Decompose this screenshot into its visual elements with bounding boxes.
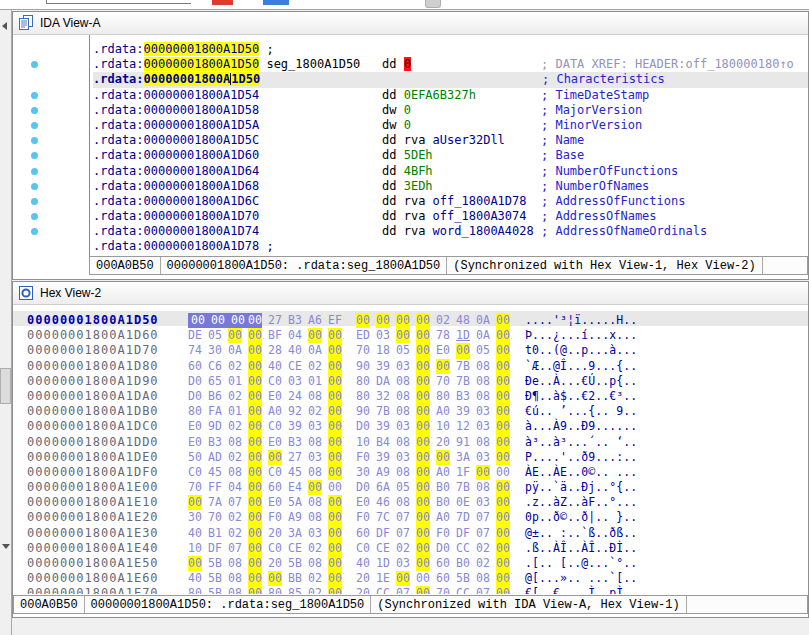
hex-row[interactable]: 00000001800A1D90D0650100C003010080DA0800…	[13, 372, 808, 387]
hex-row[interactable]: 00000001800A1DA0D0B60200E024080080320800…	[13, 387, 808, 402]
disasm-token: 00000001800A1D50	[144, 42, 260, 56]
hex-row[interactable]: 00000001800A1D60DE050000BF040000ED030000…	[13, 326, 808, 341]
disasm-token: rva	[404, 224, 433, 238]
hex-row-ascii[interactable]: Ðe..À...€Ú..p{..	[525, 374, 637, 388]
hex-row[interactable]: 00000001800A1E2030700200F0A90800F07C0700…	[13, 508, 808, 523]
disasm-line-current[interactable]: .rdata:00000001800A1D50 ; Characteristic…	[93, 72, 808, 87]
hex-row-ascii[interactable]: pÿ..`ä..Ðj..°{..	[525, 480, 637, 494]
collapse-arrow-icon[interactable]	[2, 22, 7, 30]
hex-byte[interactable]: 00	[416, 586, 430, 594]
hex-byte[interactable]: CC	[456, 586, 470, 594]
hex-row-ascii[interactable]: ÀE..ÀE..0©.. ...	[525, 465, 637, 479]
disasm-token: 00000001800A	[144, 72, 231, 86]
hex-row[interactable]: 00000001800A1E50005B0800205B0800401D0300…	[13, 554, 808, 569]
disasm-token	[259, 148, 382, 162]
disasm-token: ; Characteristics	[542, 72, 665, 86]
disasm-line[interactable]: .rdata:00000001800A1D5A dw 0 ; MinorVers…	[93, 118, 808, 133]
hex-byte[interactable]: 5B	[208, 586, 222, 594]
hex-row[interactable]: 00000001800A1E3040B10200203A030060DF0700…	[13, 524, 808, 539]
hex-row[interactable]: 00000001800A1DC0E09D0200C0390300D0390300…	[13, 417, 808, 432]
hex-byte[interactable]: 07	[396, 586, 410, 594]
hex-byte[interactable]: 85	[288, 586, 302, 594]
disasm-line[interactable]: .rdata:00000001800A1D6C dd rva off_1800A…	[93, 194, 808, 209]
hex-row-ascii[interactable]: P....'..ð9...:..	[525, 450, 637, 464]
hex-row[interactable]: 00000001800A1DE050AD020000270300F0390300…	[13, 448, 808, 463]
disasm-token	[259, 118, 382, 132]
disassembly-view-icon	[18, 15, 34, 31]
hex-byte[interactable]: 02	[308, 586, 322, 594]
disassembly-listing[interactable]: .rdata:00000001800A1D50 ;.rdata:00000001…	[89, 35, 808, 256]
toolbar-blue-icon[interactable]	[263, 0, 289, 5]
disasm-line[interactable]: .rdata:00000001800A1D68 dd 3EDh ; Number…	[93, 179, 808, 194]
disasm-token	[259, 224, 382, 238]
hex-row-ascii[interactable]: €[..€….. Ì..pÌ..	[525, 586, 637, 594]
disasm-token: ; NumberOfNames	[541, 179, 649, 193]
hex-byte[interactable]: 08	[228, 586, 242, 594]
disasm-line[interactable]: .rdata:00000001800A1D78 ;	[93, 239, 808, 254]
disasm-token: .rdata:	[93, 239, 144, 253]
disasm-line[interactable]: .rdata:00000001800A1D54 dd 0EFA6B327h ; …	[93, 88, 808, 103]
hex-row-ascii[interactable]: €ú.. ’...{.. 9..	[525, 404, 637, 418]
hex-row[interactable]: 00000001800A1E70805B08008085020020CC0700…	[13, 584, 808, 594]
hex-row-ascii[interactable]: .[.. [..@...`°..	[525, 556, 637, 570]
disasm-token: ; AddressOfFunctions	[541, 194, 686, 208]
hex-byte[interactable]: 07	[476, 586, 490, 594]
hex-row-ascii[interactable]: ....'³¦ï.....H..	[525, 313, 637, 327]
disasm-token: 0	[404, 103, 411, 117]
hex-byte[interactable]: 00	[328, 586, 342, 594]
disasm-line[interactable]: .rdata:00000001800A1D70 dd rva off_1800A…	[93, 209, 808, 224]
scrollbar-thumb[interactable]	[0, 368, 11, 404]
disasm-line[interactable]: .rdata:00000001800A1D50 ;	[93, 42, 808, 57]
disasm-token	[411, 118, 541, 132]
hex-row-ascii[interactable]: `Æ..@Î...9...{..	[525, 359, 637, 373]
hex-view-status-bar: 000A0B50 00000001800A1D50: .rdata:seg_18…	[13, 595, 808, 614]
hex-row[interactable]: 00000001800A1DD0E0B30800E0B3080010B40800…	[13, 433, 808, 448]
hex-byte[interactable]: 00	[248, 586, 262, 594]
hex-byte[interactable]: 20	[356, 586, 370, 594]
disasm-line[interactable]: .rdata:00000001800A1D58 dw 0 ; MajorVers…	[93, 103, 808, 118]
scroll-down-arrow-icon[interactable]	[2, 544, 10, 549]
disasm-token: ; Name	[541, 133, 584, 147]
disasm-token	[411, 103, 541, 117]
toolbar-red-icon[interactable]	[212, 0, 233, 5]
hex-row-ascii[interactable]: @[...».. ...`[..	[525, 571, 637, 585]
hex-byte[interactable]: 70	[436, 586, 450, 594]
hex-row[interactable]: 00000001800A1D7074300A0028400A0070180500…	[13, 341, 808, 356]
disasm-token: rva	[404, 194, 433, 208]
hex-row[interactable]: 00000001800A1E60405B080000BB0200201E0000…	[13, 569, 808, 584]
disasm-token: .rdata:	[93, 118, 144, 132]
disasm-token	[433, 164, 541, 178]
disasm-line[interactable]: .rdata:00000001800A1D64 dd 4BFh ; Number…	[93, 164, 808, 179]
hex-row-ascii[interactable]: t0..(@..p...à...	[525, 343, 637, 357]
hex-row-ascii[interactable]: Ð¶..à$..€2..€³..	[525, 389, 637, 403]
toolbar-gray-button[interactable]	[425, 0, 441, 8]
hex-dump[interactable]: 00000001800A1D500000000027B3A6EF00000000…	[13, 305, 808, 594]
disasm-line[interactable]: .rdata:00000001800A1D60 dd 5DEh ; Base	[93, 148, 808, 163]
hex-row-ascii[interactable]: à³..à³...´.. ‘..	[525, 435, 637, 449]
status-address: 00000001800A1D50: .rdata:seg_1800A1D50	[161, 257, 448, 274]
hex-row[interactable]: 00000001800A1D8060C6020040CE020090390300…	[13, 357, 808, 372]
hex-row[interactable]: 00000001800A1D500000000027B3A6EF00000000…	[13, 311, 808, 326]
hex-row-ascii[interactable]: 0p..ð©..ð|.. }..	[525, 510, 637, 524]
hex-row-ascii[interactable]: @±.. :..`ß..ðß..	[525, 526, 637, 540]
hex-view-2-title: Hex View-2	[40, 286, 101, 300]
hex-row[interactable]: 00000001800A1E10007A0700E05A0800E0460800…	[13, 493, 808, 508]
disasm-line[interactable]: .rdata:00000001800A1D50 seg_1800A1D50 dd…	[93, 57, 808, 72]
hex-row-ascii[interactable]: .ß..ÀÎ..ÀÎ..ÐÌ..	[525, 541, 637, 555]
hex-byte[interactable]: 00	[496, 586, 510, 594]
disasm-token: .rdata:	[93, 164, 144, 178]
hex-row-ascii[interactable]: .z..àZ..àF..°...	[525, 495, 637, 509]
hex-byte[interactable]: 80	[188, 586, 202, 594]
hex-row[interactable]: 00000001800A1E0070FF040060E40000D06A0500…	[13, 478, 808, 493]
hex-row-ascii[interactable]: à...À9..Ð9......	[525, 419, 637, 433]
disasm-line[interactable]: .rdata:00000001800A1D5C dd rva aUser32Dl…	[93, 133, 808, 148]
hex-row[interactable]: 00000001800A1DB080FA0100A0920200907B0800…	[13, 402, 808, 417]
hex-byte[interactable]: CC	[376, 586, 390, 594]
hex-row-ascii[interactable]: Þ...¿...í...x...	[525, 328, 637, 342]
ida-view-a-titlebar[interactable]: IDA View-A	[13, 12, 808, 35]
disasm-line[interactable]: .rdata:00000001800A1D74 dd rva word_1800…	[93, 224, 808, 239]
hex-byte[interactable]: 80	[268, 586, 282, 594]
hex-row[interactable]: 00000001800A1DF0C0450800C045080030A90800…	[13, 463, 808, 478]
hex-row[interactable]: 00000001800A1E4010DF0700C0CE0200C0CE0200…	[13, 539, 808, 554]
hex-view-2-titlebar[interactable]: Hex View-2	[13, 282, 808, 305]
